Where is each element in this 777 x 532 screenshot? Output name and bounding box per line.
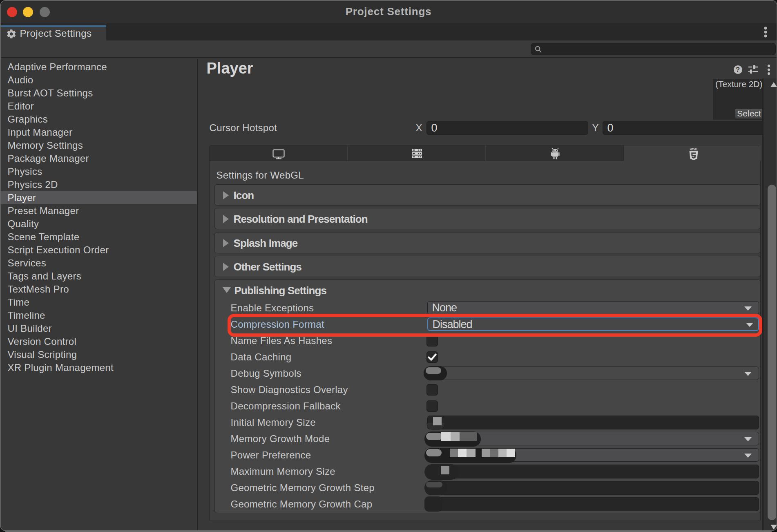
svg-text:HTML: HTML: [690, 148, 698, 150]
